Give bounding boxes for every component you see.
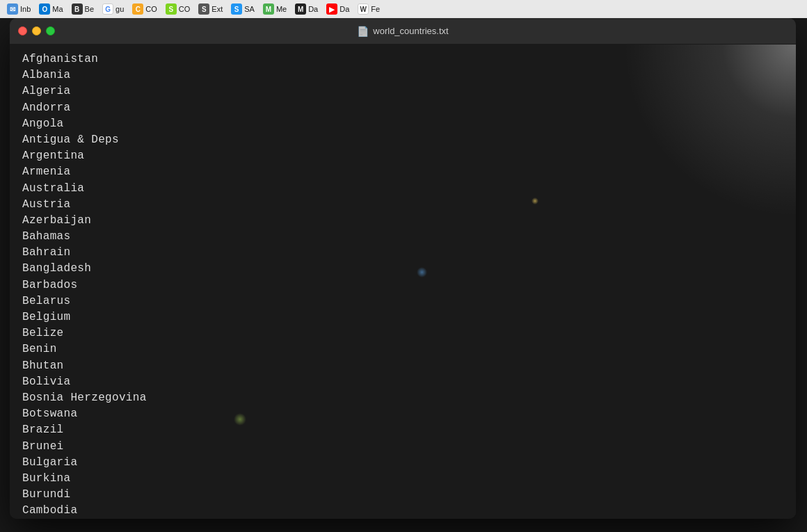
list-item: Bolivia xyxy=(22,374,783,390)
list-item: Bhutan xyxy=(22,358,783,374)
wiki-icon: W xyxy=(358,3,369,15)
text-editor-content[interactable]: AfghanistanAlbaniaAlgeriaAndorraAngolaAn… xyxy=(10,45,796,519)
list-item: Cambodia xyxy=(22,503,783,519)
menubar-label-ma: Ma xyxy=(52,5,63,13)
list-item: Belarus xyxy=(22,293,783,309)
titlebar: 📄 world_countries.txt xyxy=(10,18,796,45)
menubar-label-co1: CO xyxy=(145,5,157,13)
list-item: Bahrain xyxy=(22,245,783,261)
window-title: world_countries.txt xyxy=(373,26,448,36)
menubar-label-ext: Ext xyxy=(211,5,223,13)
menubar: ✉ Inb O Ma B Be G gu C CO S CO S Ext S S… xyxy=(0,0,807,18)
m-dark-icon: M xyxy=(295,3,306,15)
list-item: Benin xyxy=(22,341,783,357)
menubar-item-da1[interactable]: M Da xyxy=(291,0,322,18)
sa-icon: S xyxy=(231,3,242,15)
me-icon: M xyxy=(263,3,274,15)
menubar-item-sa[interactable]: S SA xyxy=(227,0,259,18)
google-icon: G xyxy=(102,3,113,15)
menubar-label-da1: Da xyxy=(308,5,318,13)
window-title-area: 📄 world_countries.txt xyxy=(357,26,448,37)
maximize-button[interactable] xyxy=(46,26,55,35)
list-item: Andorra xyxy=(22,100,783,116)
main-window: 📄 world_countries.txt AfghanistanAlbania… xyxy=(10,18,796,519)
menubar-item-google[interactable]: G gu xyxy=(98,0,128,18)
menubar-item-outlook[interactable]: O Ma xyxy=(35,0,67,18)
list-item: Azerbaijan xyxy=(22,213,783,229)
list-item: Bulgaria xyxy=(22,455,783,471)
menubar-label-inb: Inb xyxy=(20,5,31,13)
close-button[interactable] xyxy=(18,26,27,35)
menubar-item-fe[interactable]: W Fe xyxy=(353,0,384,18)
list-item: Burkina xyxy=(22,471,783,487)
menubar-item-co1[interactable]: C CO xyxy=(128,0,161,18)
list-item: Albania xyxy=(22,67,783,83)
co-green-icon: S xyxy=(166,3,177,15)
list-item: Argentina xyxy=(22,148,783,164)
minimize-button[interactable] xyxy=(32,26,41,35)
list-item: Bahamas xyxy=(22,229,783,245)
menubar-item-inb[interactable]: ✉ Inb xyxy=(3,0,35,18)
outlook-icon: O xyxy=(39,3,50,15)
menubar-label-sa: SA xyxy=(244,5,255,13)
list-item: Bosnia Herzegovina xyxy=(22,390,783,406)
list-item: Brazil xyxy=(22,422,783,438)
menubar-item-ext[interactable]: S Ext xyxy=(194,0,227,18)
menubar-item-me[interactable]: M Me xyxy=(259,0,291,18)
menubar-item-be[interactable]: B Be xyxy=(67,0,98,18)
menubar-label-co2: CO xyxy=(179,5,191,13)
list-item: Burundi xyxy=(22,487,783,503)
menubar-item-da2[interactable]: ▶ Da xyxy=(322,0,353,18)
ext-icon: S xyxy=(198,3,209,15)
be-icon: B xyxy=(72,3,83,15)
list-item: Belgium xyxy=(22,309,783,325)
list-item: Austria xyxy=(22,197,783,213)
traffic-lights xyxy=(18,26,55,35)
list-item: Antigua & Deps xyxy=(22,132,783,148)
menubar-label-da2: Da xyxy=(339,5,349,13)
menubar-label-fe: Fe xyxy=(371,5,380,13)
menubar-label-gu: gu xyxy=(115,5,124,13)
mail-icon: ✉ xyxy=(7,3,18,15)
list-item: Botswana xyxy=(22,406,783,422)
list-item: Angola xyxy=(22,116,783,132)
list-item: Australia xyxy=(22,181,783,197)
list-item: Belize xyxy=(22,325,783,341)
menubar-label-me: Me xyxy=(276,5,287,13)
list-item: Afghanistan xyxy=(22,51,783,67)
country-list: AfghanistanAlbaniaAlgeriaAndorraAngolaAn… xyxy=(22,51,783,519)
menubar-item-co2[interactable]: S CO xyxy=(161,0,195,18)
co-orange-icon: C xyxy=(132,3,143,15)
list-item: Algeria xyxy=(22,83,783,99)
list-item: Brunei xyxy=(22,439,783,455)
menubar-label-be: Be xyxy=(85,5,94,13)
file-icon: 📄 xyxy=(357,26,369,37)
list-item: Bangladesh xyxy=(22,261,783,277)
list-item: Armenia xyxy=(22,164,783,180)
list-item: Barbados xyxy=(22,277,783,293)
youtube-icon: ▶ xyxy=(326,3,337,15)
